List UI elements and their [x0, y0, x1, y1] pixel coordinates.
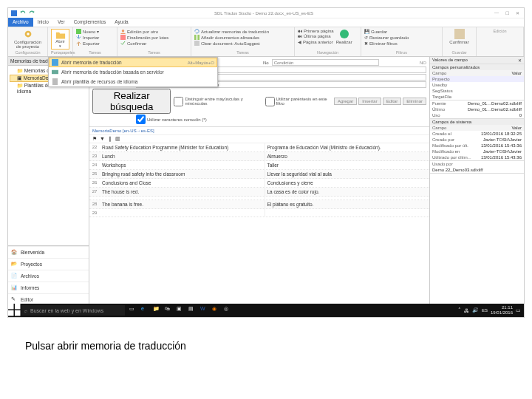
tm-row[interactable]: 29: [89, 209, 429, 217]
anterior-button[interactable]: ◀ Página anterior: [298, 39, 334, 44]
actualizar-memorias-button[interactable]: Actualizar memorias de traducción: [194, 29, 291, 34]
nuevo-button[interactable]: Nuevo ▾: [76, 29, 114, 34]
config-button[interactable]: Configuración de proyecto: [11, 29, 44, 49]
tool-tag-icon[interactable]: ❙: [108, 136, 112, 142]
group-tareas: Tareas: [76, 50, 114, 55]
tab-archivo[interactable]: Archivo: [8, 18, 33, 27]
col-campo: Campo: [432, 71, 511, 75]
tm-row[interactable]: 26Conclusions and CloseConclusiones y ci…: [89, 179, 429, 188]
nav-archivos[interactable]: 📄Archivos: [8, 270, 89, 282]
undo-icon[interactable]: [20, 10, 26, 16]
lbl-no: No: [263, 61, 269, 65]
trados-window: SDL Trados Studio - Demo 22.docx_en-US_e…: [7, 7, 525, 318]
tm-row[interactable]: 27The house is red.La casa es de color r…: [89, 188, 429, 197]
taskbar-search[interactable]: ⌕Buscar en la web y en Windows: [21, 305, 125, 316]
confirmar-button[interactable]: Confirmar: [120, 41, 188, 46]
exportar-button[interactable]: Exportar: [76, 41, 114, 46]
import-icon: [76, 35, 81, 40]
nav-bienvenida[interactable]: 🏠Bienvenida: [8, 246, 89, 258]
group-tareas3: Tareas: [194, 50, 291, 55]
confirmar-big-button[interactable]: Confirmar: [446, 29, 473, 44]
guardar-button[interactable]: 💾 Guardar: [364, 29, 439, 34]
tm-row[interactable]: 24WorkshopsTaller: [89, 161, 429, 170]
system-tray: ˄ 🖧 🔊 ES 21:11 19/01/2016 ▭: [458, 305, 524, 316]
trados-task-icon[interactable]: ▤: [188, 306, 197, 315]
ribbon: Configuración de proyecto Configuración …: [8, 27, 524, 57]
f-proyecto: Proyecto: [432, 77, 522, 81]
menu-abrir-plantilla[interactable]: Abrir plantilla de recursos de idioma: [49, 77, 217, 86]
tm-row[interactable]: 22Road Safety Education Programme (Minis…: [89, 143, 429, 152]
add-alineacion-button[interactable]: Añadir documentos alineados: [194, 35, 291, 40]
importar-button[interactable]: Importar: [76, 35, 114, 40]
store-icon[interactable]: 🛍: [165, 306, 174, 315]
menu-abrir-memoria[interactable]: Abrir memoria de traducción Alt+Mayús+O: [49, 58, 217, 67]
primera-button[interactable]: ⏮ Primera página: [298, 29, 334, 33]
ultima-button[interactable]: ⏭ Última página: [298, 34, 334, 38]
ultima-label: Última página: [304, 34, 331, 38]
btn-eliminar[interactable]: Eliminar: [403, 98, 426, 105]
restaurar-button[interactable]: ↺ Restaurar guardado: [364, 35, 439, 40]
tray-notif-icon[interactable]: ▭: [516, 307, 521, 313]
tm-row[interactable]: 28The banana is free.El plátano es gratu…: [89, 200, 429, 209]
tab-ayuda[interactable]: Ayuda: [110, 18, 132, 27]
tm-tgt: [265, 197, 430, 200]
right-close-icon[interactable]: ✕: [518, 58, 522, 63]
explorer-icon[interactable]: 📁: [153, 306, 162, 315]
redo-icon[interactable]: [29, 10, 35, 16]
tab-ver[interactable]: Ver: [53, 18, 69, 27]
chk-paren[interactable]: [265, 97, 275, 106]
export-icon: [76, 41, 81, 46]
taskview-icon[interactable]: ▭: [129, 306, 138, 315]
menu-abrir-plantilla-label: Abrir plantilla de recursos de idioma: [61, 79, 137, 84]
svg-rect-4: [52, 70, 58, 74]
input-condicion[interactable]: [272, 59, 379, 66]
tab-inicio[interactable]: Inicio: [33, 18, 53, 27]
chrome-icon[interactable]: ◎: [224, 306, 233, 315]
tray-up-icon[interactable]: ˄: [458, 307, 461, 313]
tray-vol-icon[interactable]: 🔊: [472, 307, 479, 313]
edicion-otro-button[interactable]: Edición por otro: [120, 29, 188, 34]
body: Memorias de traducción 📁 Memorias de tra…: [8, 57, 524, 317]
start-button[interactable]: [8, 304, 21, 317]
tool-split-icon[interactable]: ▥: [115, 136, 120, 142]
nav-informes[interactable]: 📊Informes: [8, 282, 89, 293]
clear-icon: [194, 41, 200, 46]
sys-row: Modificado por últ.13/01/2016 15:43:36: [430, 143, 524, 149]
tool-flag-icon[interactable]: ⚑: [92, 136, 97, 142]
tray-net-icon[interactable]: 🖧: [464, 308, 469, 313]
save-icon[interactable]: [11, 10, 17, 16]
maximize-button[interactable]: ☐: [503, 10, 511, 16]
chk-comodin[interactable]: [136, 115, 146, 124]
filtros-elim-button[interactable]: ✖ Eliminar filtros: [364, 41, 439, 46]
tm-row-num: 27: [89, 188, 100, 196]
confirm-icon: [454, 29, 465, 39]
tm-row[interactable]: 23LunchAlmuerzo: [89, 152, 429, 161]
nav-proyectos[interactable]: 📂Proyectos: [8, 258, 89, 270]
word-icon[interactable]: W: [200, 306, 209, 315]
minimize-button[interactable]: —: [493, 10, 500, 16]
caption-text: Pulsar abrir memoria de traducción: [25, 340, 532, 352]
btn-agregar[interactable]: Agregar: [334, 98, 357, 105]
btn-editar[interactable]: Editar: [383, 98, 402, 105]
clear-autosuggest-button[interactable]: Clear document: AutoSuggest: [194, 41, 291, 46]
abrir-button[interactable]: Abrir ▾: [51, 29, 69, 50]
tm-row[interactable]: 25Bringing road safety into the classroo…: [89, 170, 429, 179]
server-icon: [52, 69, 58, 75]
chk-mayus[interactable]: [174, 97, 183, 106]
chk-comodin-label: Utilizar caracteres comodín (*): [147, 117, 207, 122]
menu-abrir-servidor[interactable]: Abrir memoria de traducción basada en se…: [49, 67, 217, 77]
tab-complementos[interactable]: Complementos: [69, 18, 111, 27]
realizar-button[interactable]: Realizar: [336, 29, 352, 44]
btn-insertar[interactable]: Insertar: [358, 98, 381, 105]
finalizacion-button[interactable]: Finalización por lotes: [120, 35, 188, 40]
tool-filter-icon[interactable]: ▼: [100, 136, 105, 142]
tm-src: Conclusions and Close: [100, 179, 265, 187]
usadopor-k: Usado por: [432, 162, 522, 166]
close-button[interactable]: ✕: [514, 10, 521, 16]
tm-tgt: Llevar la seguridad vial al aula: [265, 170, 430, 178]
btn-buscar[interactable]: Realizar búsqueda: [92, 89, 171, 114]
firefox-icon[interactable]: ◉: [212, 306, 221, 315]
app-icon[interactable]: ▣: [177, 306, 185, 315]
tray-lang-icon[interactable]: ES: [482, 308, 488, 313]
edge-icon[interactable]: e: [141, 306, 150, 315]
